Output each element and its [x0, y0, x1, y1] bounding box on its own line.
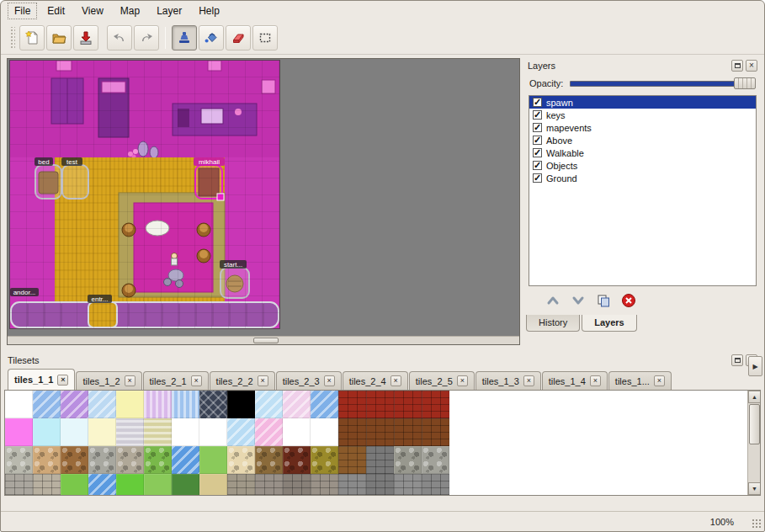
tileset-tile[interactable]	[255, 391, 283, 418]
tileset-tab-tiles_2_5[interactable]: tiles_2_5×	[409, 371, 475, 390]
tileset-tile[interactable]	[255, 418, 283, 446]
opacity-slider-track[interactable]	[570, 81, 756, 87]
tileset-tile[interactable]	[227, 446, 255, 474]
tileset-tile[interactable]	[33, 446, 61, 474]
tileset-tile[interactable]	[116, 391, 144, 418]
tab-close-icon[interactable]: ×	[324, 375, 335, 386]
lower-layer-button[interactable]	[570, 292, 587, 309]
tab-close-icon[interactable]: ×	[654, 375, 665, 386]
tileset-tab-tiles_1_1[interactable]: tiles_1_1×	[8, 369, 75, 390]
layer-visibility-checkbox[interactable]	[533, 161, 542, 170]
layer-row-spawn[interactable]: spawn	[529, 96, 756, 109]
layer-row-walkable[interactable]: Walkable	[529, 146, 756, 159]
tileset-tile[interactable]	[366, 418, 394, 446]
scroll-up-icon[interactable]: ▲	[748, 391, 761, 403]
tileset-tile[interactable]	[311, 446, 338, 474]
tileset-tile[interactable]	[61, 418, 88, 446]
tileset-tile[interactable]	[394, 418, 422, 446]
tileset-view[interactable]: ▲ ▼	[4, 390, 761, 496]
layers-float-button[interactable]	[731, 60, 743, 72]
opacity-slider[interactable]	[570, 77, 756, 89]
menu-help[interactable]: Help	[192, 3, 226, 19]
tileset-tile[interactable]	[172, 474, 199, 496]
tileset-tile[interactable]	[338, 474, 366, 496]
layer-visibility-checkbox[interactable]	[533, 98, 542, 107]
tileset-tile[interactable]	[422, 446, 449, 474]
layer-row-objects[interactable]: Objects	[529, 159, 756, 172]
layer-visibility-checkbox[interactable]	[533, 148, 542, 157]
tileset-tile[interactable]	[366, 474, 394, 496]
tileset-tile[interactable]	[5, 418, 33, 446]
tileset-tile[interactable]	[116, 474, 144, 496]
tileset-tile[interactable]	[116, 418, 144, 446]
tileset-tab-tiles_1_2[interactable]: tiles_1_2×	[76, 371, 141, 390]
tileset-tile[interactable]	[283, 418, 311, 446]
tileset-tile[interactable]	[5, 446, 33, 474]
layers-close-button[interactable]: ×	[746, 60, 757, 72]
tab-history[interactable]: History	[526, 315, 580, 332]
tileset-tab-tiles_1_5[interactable]: tiles_1...×	[608, 371, 672, 390]
tileset-tile[interactable]	[394, 446, 422, 474]
tileset-tab-tiles_2_2[interactable]: tiles_2_2×	[210, 371, 275, 390]
tileset-tile[interactable]	[144, 446, 172, 474]
map-tiles[interactable]: bed test mikhail start... entr... andor.…	[9, 60, 280, 329]
tileset-tile[interactable]	[422, 474, 449, 496]
scroll-down-icon[interactable]: ▼	[748, 482, 761, 495]
layer-row-above[interactable]: Above	[529, 134, 756, 146]
redo-button[interactable]	[134, 25, 159, 51]
tileset-tile[interactable]	[394, 474, 422, 496]
bucket-fill-tool-button[interactable]	[199, 25, 224, 51]
tileset-tile[interactable]	[338, 391, 366, 418]
tileset-tile[interactable]	[61, 474, 88, 496]
tileset-tab-tiles_2_1[interactable]: tiles_2_1×	[143, 371, 209, 390]
tileset-tile[interactable]	[422, 418, 449, 446]
layer-row-ground[interactable]: Ground	[529, 172, 756, 184]
layer-visibility-checkbox[interactable]	[533, 123, 542, 132]
tileset-tile[interactable]	[172, 418, 199, 446]
tileset-tile[interactable]	[116, 446, 144, 474]
tileset-tile[interactable]	[422, 391, 449, 418]
toolbar-drag-handle[interactable]	[9, 27, 15, 49]
tileset-tab-tiles_1_3[interactable]: tiles_1_3×	[475, 371, 541, 390]
tileset-tile[interactable]	[311, 474, 338, 496]
tileset-tile[interactable]	[255, 474, 283, 496]
tileset-tile[interactable]	[366, 391, 394, 418]
tileset-tile[interactable]	[172, 391, 199, 418]
tileset-tile[interactable]	[33, 474, 61, 496]
tileset-tile[interactable]	[199, 418, 227, 446]
eraser-tool-button[interactable]	[226, 25, 251, 51]
menu-layer[interactable]: Layer	[150, 3, 189, 19]
tileset-tile[interactable]	[144, 474, 172, 496]
map-view[interactable]: bed test mikhail start... entr... andor.…	[7, 58, 520, 345]
tileset-tile[interactable]	[311, 418, 338, 446]
tileset-tile[interactable]	[338, 446, 366, 474]
tileset-tab-tiles_2_4[interactable]: tiles_2_4×	[343, 371, 408, 390]
tileset-tile[interactable]	[199, 446, 227, 474]
tileset-tile[interactable]	[338, 418, 366, 446]
tileset-tile[interactable]	[199, 474, 227, 496]
layer-visibility-checkbox[interactable]	[533, 110, 542, 120]
tileset-tile[interactable]	[88, 446, 116, 474]
tileset-vertical-scrollbar[interactable]: ▲ ▼	[747, 391, 760, 495]
tileset-tile[interactable]	[88, 391, 116, 418]
tileset-tab-tiles_2_3[interactable]: tiles_2_3×	[276, 371, 342, 390]
tab-close-icon[interactable]: ×	[258, 375, 268, 386]
tileset-tile[interactable]	[394, 391, 422, 418]
tileset-tile[interactable]	[61, 446, 88, 474]
undo-button[interactable]	[107, 25, 132, 51]
tileset-tile[interactable]	[172, 446, 199, 474]
layer-row-keys[interactable]: keys	[529, 109, 756, 121]
tileset-tile[interactable]	[283, 446, 311, 474]
tilesets-float-button[interactable]	[731, 354, 743, 366]
tab-close-icon[interactable]: ×	[457, 375, 468, 386]
tileset-tile[interactable]	[88, 474, 116, 496]
tab-close-icon[interactable]: ×	[390, 375, 401, 386]
rect-select-tool-button[interactable]	[252, 25, 278, 51]
tileset-tile[interactable]	[255, 446, 283, 474]
map-horizontal-scrollbar[interactable]	[8, 336, 519, 344]
tileset-tile[interactable]	[88, 418, 116, 446]
tab-close-icon[interactable]: ×	[57, 375, 68, 386]
tileset-tile[interactable]	[144, 418, 172, 446]
tileset-tile[interactable]	[33, 418, 61, 446]
resize-grip[interactable]	[752, 519, 762, 529]
